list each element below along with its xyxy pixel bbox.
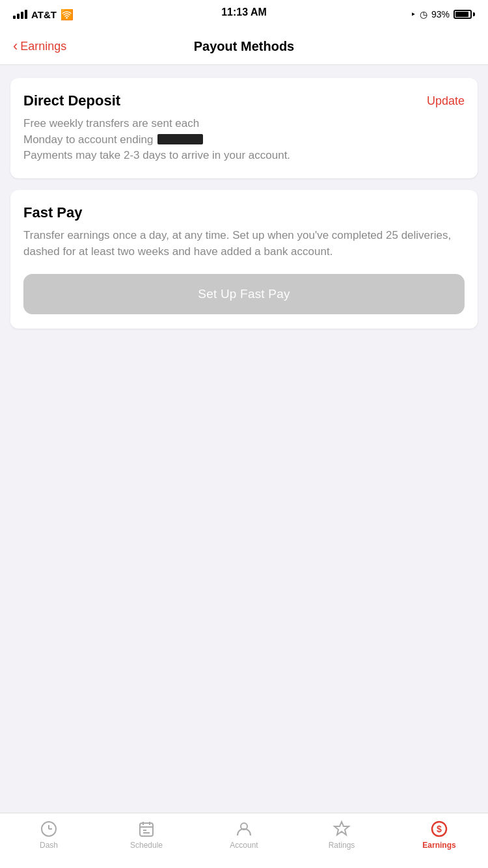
schedule-icon <box>137 820 156 838</box>
dash-icon <box>40 820 58 838</box>
tab-earnings[interactable]: $ Earnings <box>390 820 488 850</box>
carrier-label: AT&T <box>31 9 57 20</box>
fast-pay-title: Fast Pay <box>23 204 83 221</box>
main-content: Direct Deposit Update Free weekly transf… <box>0 65 488 813</box>
battery-icon <box>454 10 475 19</box>
update-button[interactable]: Update <box>427 94 465 108</box>
set-up-fast-pay-button[interactable]: Set Up Fast Pay <box>23 274 465 314</box>
wifi-icon: 🛜 <box>61 8 74 21</box>
svg-text:$: $ <box>437 824 442 834</box>
tab-bar: Dash Schedule Account <box>0 813 488 868</box>
status-bar-left: AT&T 🛜 <box>13 8 74 21</box>
tab-dash-label: Dash <box>40 841 58 850</box>
back-label: Earnings <box>20 40 66 53</box>
earnings-icon: $ <box>430 820 448 838</box>
chevron-left-icon: ‹ <box>13 39 18 53</box>
fast-pay-description: Transfer earnings once a day, at any tim… <box>23 228 465 260</box>
tab-ratings[interactable]: Ratings <box>293 820 390 850</box>
direct-deposit-header: Direct Deposit Update <box>23 92 465 109</box>
tab-dash[interactable]: Dash <box>0 820 98 850</box>
battery-percent: 93% <box>431 9 450 20</box>
status-bar: AT&T 🛜 11:13 AM ‣ ◷ 93% <box>0 0 488 29</box>
nav-header: ‹ Earnings Payout Methods <box>0 29 488 65</box>
page-title: Payout Methods <box>194 39 294 54</box>
direct-deposit-card: Direct Deposit Update Free weekly transf… <box>10 78 478 178</box>
back-button[interactable]: ‹ Earnings <box>13 40 66 53</box>
tab-earnings-label: Earnings <box>422 841 455 850</box>
account-icon <box>235 820 253 838</box>
ratings-icon <box>332 820 351 838</box>
direct-deposit-description: Free weekly transfers are sent each Mond… <box>23 116 465 164</box>
alarm-icon: ◷ <box>420 9 427 20</box>
tab-ratings-label: Ratings <box>329 841 355 850</box>
status-bar-right: ‣ ◷ 93% <box>411 9 475 20</box>
tab-schedule[interactable]: Schedule <box>98 820 195 850</box>
status-bar-time: 11:13 AM <box>221 7 267 18</box>
fast-pay-header: Fast Pay <box>23 204 465 221</box>
location-icon: ‣ <box>411 9 416 20</box>
direct-deposit-title: Direct Deposit <box>23 92 120 109</box>
fast-pay-card: Fast Pay Transfer earnings once a day, a… <box>10 190 478 329</box>
tab-schedule-label: Schedule <box>130 841 163 850</box>
tab-account[interactable]: Account <box>195 820 293 850</box>
signal-icon <box>13 10 27 19</box>
svg-marker-10 <box>334 822 349 835</box>
tab-account-label: Account <box>230 841 258 850</box>
redacted-account <box>157 134 203 144</box>
